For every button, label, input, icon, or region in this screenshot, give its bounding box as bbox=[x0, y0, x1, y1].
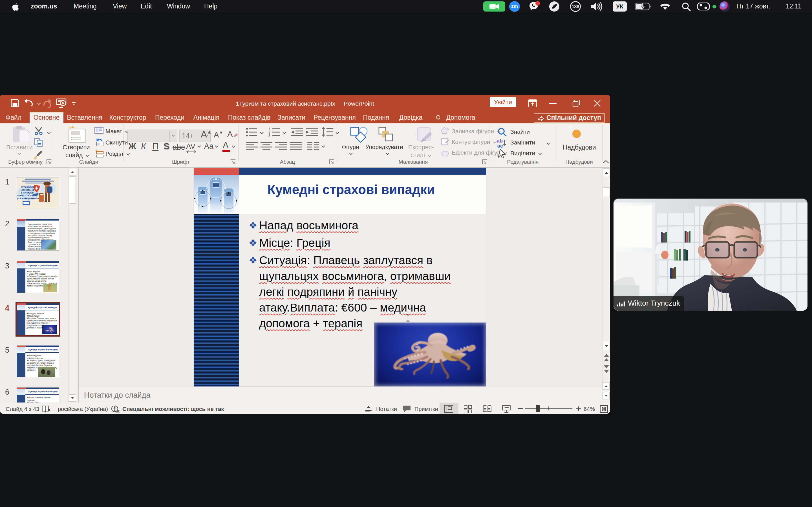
svg-text:ab: ab bbox=[497, 138, 503, 144]
svg-text:3: 3 bbox=[268, 134, 270, 137]
svg-text:ac: ac bbox=[497, 143, 503, 148]
